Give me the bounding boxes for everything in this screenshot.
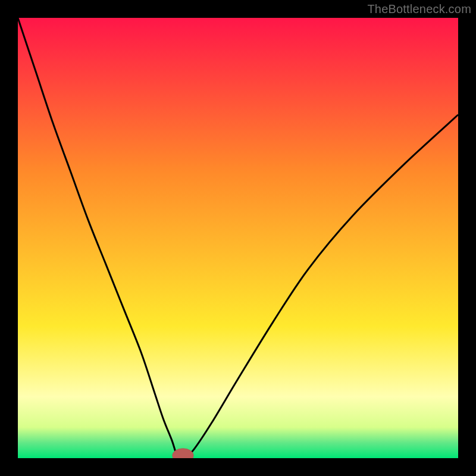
watermark-text: TheBottleneck.com xyxy=(367,2,471,16)
plot-area xyxy=(18,18,458,458)
bottleneck-chart xyxy=(18,18,458,458)
outer-black-frame: TheBottleneck.com xyxy=(0,0,476,476)
gradient-background xyxy=(18,18,458,458)
